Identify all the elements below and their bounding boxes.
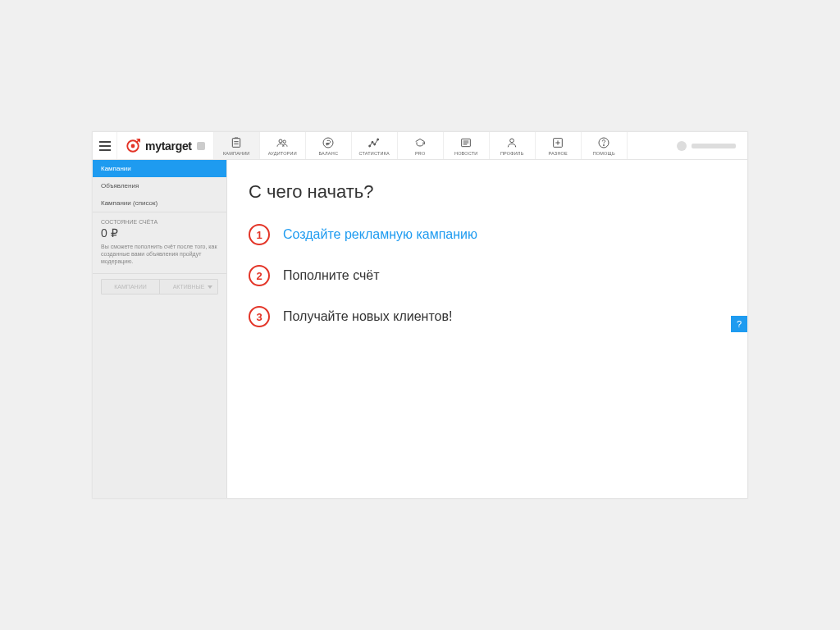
step-number-badge: 2 xyxy=(249,265,270,286)
page-title: С чего начать? xyxy=(249,181,726,203)
onboarding-step-2: 2 Пополните счёт xyxy=(249,265,726,286)
divider xyxy=(93,273,226,274)
step-number-badge: 3 xyxy=(249,306,270,327)
balance-note: Вы сможете пополнить счёт после того, ка… xyxy=(101,243,218,265)
pro-icon xyxy=(413,136,427,149)
step-text: Получайте новых клиентов! xyxy=(283,309,452,324)
svg-point-8 xyxy=(374,144,376,145)
nav-item-campaigns[interactable]: КАМПАНИИ xyxy=(214,132,260,159)
balance-value: 0 ₽ xyxy=(101,226,218,240)
hamburger-line xyxy=(99,141,111,143)
step-text: Пополните счёт xyxy=(283,268,380,283)
body: Кампании Объявления Кампании (список) СО… xyxy=(93,160,747,498)
svg-point-5 xyxy=(323,138,333,148)
sidebar: Кампании Объявления Кампании (список) СО… xyxy=(93,160,227,498)
avatar xyxy=(677,141,687,151)
sidebar-item-campaigns[interactable]: Кампании xyxy=(93,160,226,177)
header: mytarget КАМПАНИИ АУДИТОРИИ БАЛАНС xyxy=(93,132,747,160)
user-name-placeholder xyxy=(692,144,736,148)
hamburger-line xyxy=(99,149,111,151)
create-campaign-link[interactable]: Создайте рекламную кампанию xyxy=(283,227,477,242)
svg-point-11 xyxy=(510,139,514,143)
filter-dropdown[interactable]: КАМПАНИИ АКТИВНЫЕ xyxy=(101,279,218,294)
logo-text: mytarget xyxy=(145,139,192,153)
nav-item-news[interactable]: НОВОСТИ xyxy=(444,132,490,159)
campaigns-icon xyxy=(230,136,243,149)
hamburger-line xyxy=(99,145,111,147)
app-window: mytarget КАМПАНИИ АУДИТОРИИ БАЛАНС xyxy=(92,131,748,499)
nav-item-misc[interactable]: РАЗНОЕ xyxy=(536,132,582,159)
nav-label: ПРОФИЛЬ xyxy=(500,151,524,156)
logo-target-icon xyxy=(126,139,140,153)
nav-item-help[interactable]: ПОМОЩЬ xyxy=(582,132,628,159)
svg-point-7 xyxy=(372,141,373,143)
svg-rect-2 xyxy=(233,138,240,147)
nav-item-profile[interactable]: ПРОФИЛЬ xyxy=(490,132,536,159)
svg-point-14 xyxy=(604,144,605,145)
help-icon xyxy=(597,136,610,149)
nav-label: ПОМОЩЬ xyxy=(593,151,615,156)
onboarding-step-1: 1 Создайте рекламную кампанию xyxy=(249,224,726,245)
top-nav: КАМПАНИИ АУДИТОРИИ БАЛАНС СТАТИСТИКА PRO xyxy=(213,132,628,159)
profile-icon xyxy=(505,136,518,149)
chevron-down-icon xyxy=(208,285,212,289)
svg-point-3 xyxy=(279,139,282,143)
onboarding-step-3: 3 Получайте новых клиентов! xyxy=(249,306,726,327)
stage: mytarget КАМПАНИИ АУДИТОРИИ БАЛАНС xyxy=(0,0,840,630)
sidebar-item-ads[interactable]: Объявления xyxy=(93,177,226,194)
nav-label: РАЗНОЕ xyxy=(549,151,568,156)
nav-label: КАМПАНИИ xyxy=(223,151,250,156)
floating-help-button[interactable]: ? xyxy=(731,316,747,332)
svg-point-9 xyxy=(377,139,379,140)
nav-item-balance[interactable]: БАЛАНС xyxy=(306,132,352,159)
logo[interactable]: mytarget xyxy=(117,132,213,159)
menu-toggle-button[interactable] xyxy=(93,132,117,159)
step-number-badge: 1 xyxy=(249,224,270,245)
balance-block: СОСТОЯНИЕ СЧЁТА 0 ₽ Вы сможете пополнить… xyxy=(93,212,226,273)
nav-label: БАЛАНС xyxy=(318,151,338,156)
audiences-icon xyxy=(276,136,289,149)
misc-icon xyxy=(551,136,564,149)
stats-icon xyxy=(368,136,381,149)
balance-icon xyxy=(322,136,335,149)
nav-label: НОВОСТИ xyxy=(454,151,478,156)
nav-label: АУДИТОРИИ xyxy=(268,151,297,156)
svg-point-4 xyxy=(283,140,285,143)
filter-left: КАМПАНИИ xyxy=(102,280,160,294)
balance-title: СОСТОЯНИЕ СЧЁТА xyxy=(101,219,218,225)
logo-badge xyxy=(197,142,205,150)
svg-point-6 xyxy=(369,145,371,147)
sidebar-item-campaigns-list[interactable]: Кампании (список) xyxy=(93,194,226,212)
user-menu[interactable] xyxy=(665,132,747,159)
news-icon xyxy=(459,136,472,149)
nav-item-pro[interactable]: PRO xyxy=(398,132,444,159)
main-content: С чего начать? 1 Создайте рекламную камп… xyxy=(227,160,747,498)
nav-item-stats[interactable]: СТАТИСТИКА xyxy=(352,132,398,159)
svg-point-1 xyxy=(131,144,135,148)
nav-label: PRO xyxy=(415,151,426,156)
nav-label: СТАТИСТИКА xyxy=(358,151,390,156)
nav-item-audiences[interactable]: АУДИТОРИИ xyxy=(260,132,306,159)
